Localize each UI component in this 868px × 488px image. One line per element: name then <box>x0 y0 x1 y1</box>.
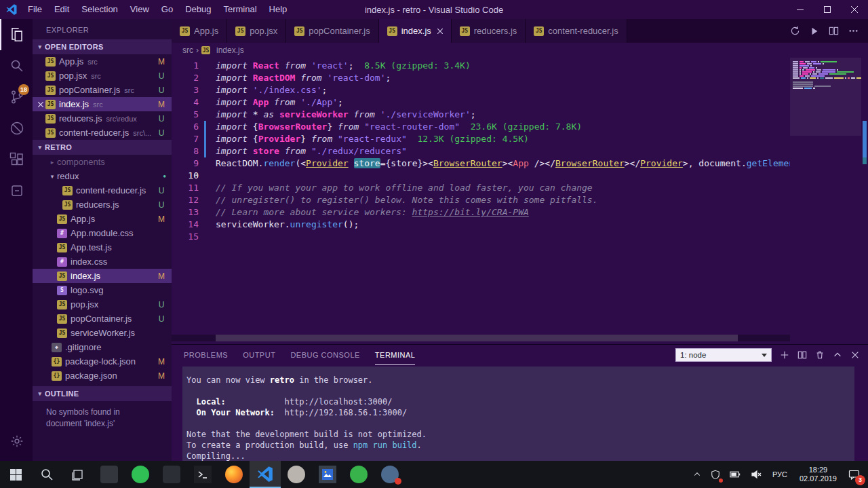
taskbar-app-dark-app[interactable] <box>156 461 187 488</box>
battery-icon[interactable] <box>725 461 746 488</box>
breadcrumb-item-index.js[interactable]: index.js <box>216 45 244 55</box>
tree-item-serviceWorker.js[interactable]: JSserviceWorker.js <box>33 326 172 340</box>
terminal-output[interactable]: You can now view retro in the browser. L… <box>182 367 854 461</box>
split-terminal-button[interactable] <box>797 350 807 360</box>
menu-view[interactable]: View <box>124 0 155 19</box>
tree-item-App.module.css[interactable]: #App.module.css <box>33 226 172 240</box>
sync-button[interactable] <box>790 26 800 36</box>
close-icon[interactable] <box>437 29 443 34</box>
open-editor-reducers.js[interactable]: JSreducers.jssrc\reduxU <box>33 111 172 126</box>
breadcrumb-item-src[interactable]: src <box>182 45 193 55</box>
taskbar-app-messenger-green[interactable] <box>125 461 156 488</box>
open-editor-content-reducer.js[interactable]: JScontent-reducer.jssrc\...U <box>33 126 172 140</box>
activity-source-control[interactable]: 18 <box>0 81 33 113</box>
tree-item-index.css[interactable]: #index.css <box>33 255 172 269</box>
taskbar-app-vscode[interactable] <box>250 461 281 488</box>
code-editor[interactable]: 1import React from 'react'; 8.5K (gzippe… <box>172 58 868 243</box>
tree-item-reducers.js[interactable]: JSreducers.jsU <box>33 198 172 212</box>
tree-item-pop.jsx[interactable]: JSpop.jsxU <box>33 297 172 312</box>
tree-item-logo.svg[interactable]: Slogo.svg <box>33 283 172 297</box>
tab-index.js[interactable]: JSindex.js <box>379 19 452 43</box>
tab-pop.jsx[interactable]: JSpop.jsx <box>227 19 286 43</box>
close-button[interactable] <box>841 0 868 19</box>
kill-terminal-button[interactable] <box>815 350 825 360</box>
outline-header[interactable]: ▾ OUTLINE <box>33 386 172 401</box>
open-editor-popContainer.js[interactable]: JSpopContainer.jssrcU <box>33 83 172 97</box>
open-editor-pop.jsx[interactable]: JSpop.jsxsrcU <box>33 69 172 83</box>
taskbar-search-button[interactable] <box>31 461 62 488</box>
tree-item-components[interactable]: ▸components <box>33 155 172 169</box>
maximize-button[interactable] <box>814 0 841 19</box>
tree-item-index.js[interactable]: JSindex.jsM <box>33 269 172 283</box>
close-icon[interactable] <box>35 102 45 107</box>
taskbar-app-photos[interactable] <box>312 461 343 488</box>
code-line: 15 <box>172 231 868 243</box>
scrollbar-thumb[interactable] <box>216 335 738 341</box>
taskbar-clock[interactable]: 18:29 02.07.2019 <box>793 461 843 488</box>
taskbar-app-firefox[interactable] <box>218 461 250 488</box>
tree-item-App.test.js[interactable]: JSApp.test.js <box>33 240 172 255</box>
open-editors-header[interactable]: ▾ OPEN EDITORS <box>33 39 172 54</box>
menu-go[interactable]: Go <box>155 0 179 19</box>
open-editor-App.js[interactable]: JSApp.jssrcM <box>33 54 172 69</box>
tab-popContainer.js[interactable]: JSpopContainer.js <box>286 19 378 43</box>
terminal-picker[interactable]: 1: node <box>675 348 772 362</box>
menu-debug[interactable]: Debug <box>179 0 217 19</box>
taskbar-app-notify-app[interactable] <box>374 461 406 488</box>
split-editor-button[interactable] <box>829 26 839 36</box>
tab-content-reducer.js[interactable]: JScontent-reducer.js <box>526 19 627 43</box>
git-status-badge: U <box>157 71 166 81</box>
run-button[interactable] <box>810 26 819 36</box>
taskbar-app-gray-circle-app[interactable] <box>281 461 312 488</box>
more-actions-button[interactable] <box>848 26 859 36</box>
panel-tab-output[interactable]: OUTPUT <box>243 345 275 365</box>
breadcrumb[interactable]: src›JSindex.js <box>172 43 868 58</box>
tree-item-package-lock.json[interactable]: {}package-lock.jsonM <box>33 354 172 369</box>
task-view-button[interactable] <box>62 461 94 488</box>
code-token: render <box>263 158 295 168</box>
start-button[interactable] <box>0 461 31 488</box>
minimap-token <box>802 73 808 75</box>
new-terminal-button[interactable] <box>780 350 789 360</box>
maximize-panel-button[interactable] <box>833 350 842 360</box>
language-indicator[interactable]: РУС <box>766 461 793 488</box>
tray-expand-button[interactable] <box>688 461 706 488</box>
panel-tab-debug-console[interactable]: DEBUG CONSOLE <box>290 345 359 365</box>
minimap[interactable] <box>790 58 861 344</box>
activity-explorer[interactable] <box>0 19 33 50</box>
tree-item-App.js[interactable]: JSApp.jsM <box>33 212 172 226</box>
project-header[interactable]: ▾ RETRO <box>33 140 172 155</box>
taskbar-app-command-prompt[interactable] <box>187 461 218 488</box>
manage-button[interactable] <box>0 426 33 457</box>
volume-muted-icon[interactable] <box>746 461 766 488</box>
code-token: from <box>306 134 338 144</box>
notification-center-button[interactable]: 3 <box>843 461 868 488</box>
debug-icon <box>9 120 25 136</box>
activity-custom-view[interactable] <box>0 175 33 206</box>
horizontal-scrollbar[interactable] <box>172 335 790 341</box>
taskbar-app-mail[interactable] <box>94 461 125 488</box>
tree-item-.gitignore[interactable]: ◆.gitignore <box>33 340 172 354</box>
tab-App.js[interactable]: JSApp.js <box>172 19 227 43</box>
activity-extensions[interactable] <box>0 144 33 175</box>
menu-terminal[interactable]: Terminal <box>217 0 262 19</box>
close-panel-button[interactable] <box>850 350 860 360</box>
minimap-token <box>793 65 798 67</box>
panel-tab-problems[interactable]: PROBLEMS <box>184 345 228 365</box>
tree-item-package.json[interactable]: {}package.jsonM <box>33 369 172 383</box>
menu-help[interactable]: Help <box>263 0 294 19</box>
activity-search[interactable] <box>0 50 33 81</box>
tree-item-content-reducer.js[interactable]: JScontent-reducer.jsU <box>33 183 172 198</box>
tree-item-popContainer.js[interactable]: JSpopContainer.jsU <box>33 312 172 326</box>
activity-debug[interactable] <box>0 113 33 144</box>
menu-selection[interactable]: Selection <box>75 0 123 19</box>
menu-file[interactable]: File <box>22 0 48 19</box>
open-editor-index.js[interactable]: JSindex.jssrcM <box>33 97 172 111</box>
antivirus-icon[interactable] <box>706 461 725 488</box>
menu-edit[interactable]: Edit <box>48 0 75 19</box>
taskbar-app-messenger-green-2[interactable] <box>343 461 374 488</box>
tree-item-redux[interactable]: ▾redux● <box>33 169 172 183</box>
panel-tab-terminal[interactable]: TERMINAL <box>375 345 416 365</box>
minimize-button[interactable] <box>787 0 814 19</box>
tab-reducers.js[interactable]: JSreducers.js <box>452 19 526 43</box>
